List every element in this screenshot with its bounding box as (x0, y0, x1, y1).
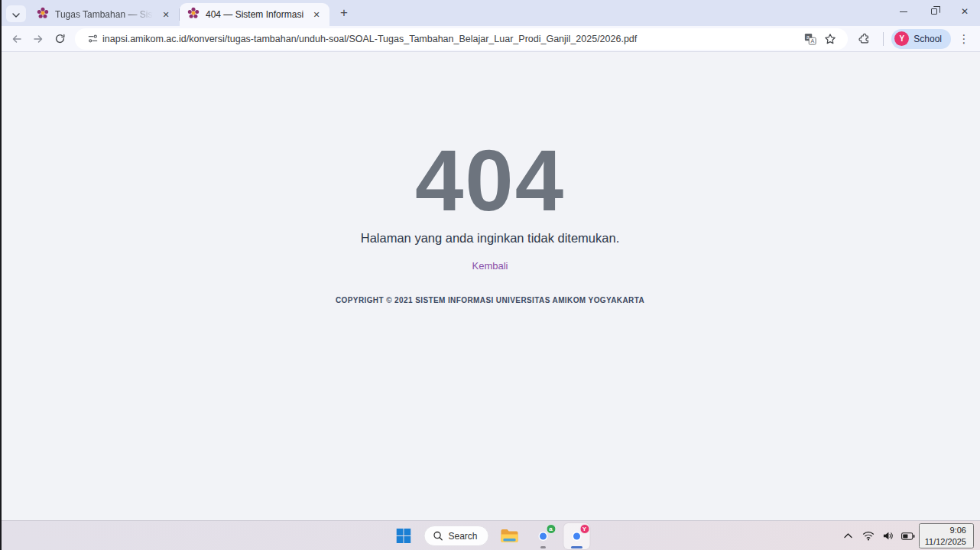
back-link[interactable]: Kembali (472, 260, 508, 272)
battery-icon (901, 532, 915, 540)
wifi-button[interactable] (859, 525, 878, 548)
taskbar-center-group: Search a Y (390, 521, 589, 550)
chrome-icon: Y (567, 526, 586, 545)
clock-date: 11/12/2025 (925, 536, 966, 547)
chrome-profile-badge: a (546, 524, 556, 534)
error-message: Halaman yang anda inginkan tidak ditemuk… (0, 231, 980, 246)
restore-icon (931, 8, 937, 15)
browser-menu-button[interactable]: ⋮ (954, 29, 974, 49)
profile-label: School (913, 34, 942, 44)
site-settings-button[interactable] (83, 29, 102, 49)
restore-button[interactable] (919, 0, 949, 23)
copyright-text: COPYRIGHT © 2021 SISTEM INFORMASI UNIVER… (0, 296, 980, 304)
system-tray: 9:06 11/12/2025 (839, 521, 974, 550)
tab-search-button[interactable] (6, 5, 26, 22)
chevron-down-icon (12, 8, 20, 20)
amikom-favicon-icon (37, 7, 49, 22)
file-explorer-button[interactable] (497, 523, 523, 549)
extensions-button[interactable] (854, 28, 875, 50)
svg-text:A: A (811, 38, 815, 44)
taskbar-search-label: Search (448, 531, 477, 542)
chrome-profile-a-button[interactable]: a (531, 523, 557, 549)
tab-tugas-tambahan[interactable]: Tugas Tambahan — Sistem Info ✕ (29, 3, 179, 26)
volume-button[interactable] (879, 525, 897, 548)
taskbar: Search a Y (0, 520, 980, 550)
profile-chip[interactable]: Y School (891, 29, 951, 49)
tray-overflow-button[interactable] (839, 525, 858, 548)
tab-title: Tugas Tambahan — Sistem Info (55, 9, 153, 20)
battery-button[interactable] (899, 525, 917, 548)
folder-icon (501, 529, 519, 544)
forward-button[interactable] (28, 28, 49, 50)
back-arrow-icon (11, 33, 23, 45)
profile-avatar: Y (894, 31, 909, 46)
translate-button[interactable]: aA (800, 29, 820, 49)
reload-icon (54, 33, 66, 44)
windows-logo-icon (396, 529, 410, 543)
close-window-button[interactable]: ✕ (949, 0, 980, 23)
error-code: 404 (0, 137, 980, 224)
puzzle-icon (858, 33, 871, 45)
minimize-button[interactable] (888, 0, 919, 23)
browser-tab-strip: Tugas Tambahan — Sistem Info ✕ 404 — Sis… (0, 0, 980, 26)
toolbar-right-group: Y School ⋮ (854, 28, 974, 50)
chrome-profile-badge: Y (579, 524, 589, 534)
tune-icon (87, 33, 99, 44)
browser-toolbar: inapsi.amikom.ac.id/konversi/tugas-tamba… (0, 26, 980, 52)
bookmark-button[interactable] (820, 29, 840, 49)
forward-arrow-icon (32, 33, 44, 45)
chevron-up-icon (844, 533, 852, 539)
new-tab-button[interactable]: + (334, 3, 354, 23)
back-button[interactable] (6, 28, 28, 50)
start-button[interactable] (390, 523, 416, 549)
amikom-favicon-icon (187, 7, 200, 22)
window-controls: ✕ (888, 0, 980, 23)
tab-close-icon[interactable]: ✕ (310, 8, 323, 21)
minimize-icon (900, 11, 907, 12)
page-content: 404 Halaman yang anda inginkan tidak dit… (0, 53, 980, 520)
tab-title: 404 — Sistem Informasi (206, 9, 303, 20)
screen-left-edge (0, 0, 2, 550)
search-icon (433, 531, 443, 541)
toolbar-separator (883, 32, 884, 46)
active-running-indicator (571, 546, 582, 548)
running-indicator (540, 546, 546, 548)
clock-time: 9:06 (925, 525, 966, 535)
address-bar[interactable]: inapsi.amikom.ac.id/konversi/tugas-tamba… (75, 28, 848, 50)
chrome-icon: a (534, 526, 553, 545)
wifi-icon (862, 531, 875, 541)
tab-close-icon[interactable]: ✕ (159, 8, 173, 21)
chrome-profile-y-button[interactable]: Y (564, 523, 590, 549)
tab-404-sistem-informasi[interactable]: 404 — Sistem Informasi ✕ (180, 3, 329, 26)
taskbar-search[interactable]: Search (423, 526, 488, 546)
star-icon (824, 33, 836, 45)
speaker-icon (882, 531, 894, 541)
taskbar-clock[interactable]: 9:06 11/12/2025 (919, 523, 974, 548)
url-text[interactable]: inapsi.amikom.ac.id/konversi/tugas-tamba… (102, 34, 800, 44)
reload-button[interactable] (49, 28, 70, 50)
translate-icon: aA (804, 33, 816, 45)
screen: Tugas Tambahan — Sistem Info ✕ 404 — Sis… (0, 0, 980, 550)
